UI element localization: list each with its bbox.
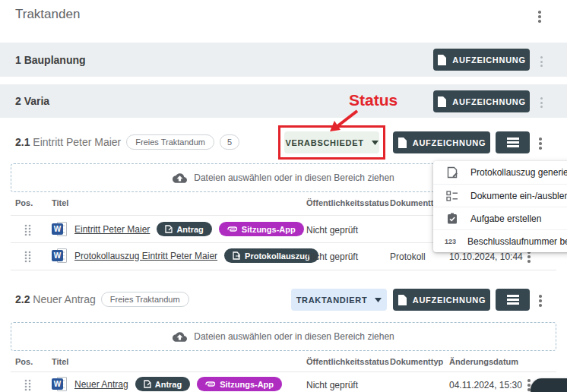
menu-item-protokollauszug-generieren[interactable]: Protokollauszug generieren: [433, 161, 567, 184]
document-link[interactable]: Eintritt Peter Maier: [74, 224, 150, 235]
document-icon: [437, 55, 446, 65]
status-value: VERABSCHIEDET: [285, 138, 363, 147]
word-document-icon: W: [52, 248, 68, 263]
cloud-upload-icon: [173, 173, 187, 183]
word-document-icon: W: [52, 377, 68, 391]
document-icon: [437, 96, 446, 107]
section-varia-kebab-icon[interactable]: [540, 97, 543, 108]
dropzone-label: Dateien auswählen oder in diesen Bereich…: [194, 172, 394, 183]
list-icon: [507, 138, 519, 147]
aufzeichnung-button-bauplanung[interactable]: AUFZEICHNUNG: [433, 49, 530, 71]
item-number: 2.1: [15, 136, 30, 148]
floating-action-button[interactable]: [531, 378, 567, 392]
column-header-pos: Pos.: [15, 357, 33, 366]
protokollauszug-badge: Protokollauszug: [224, 248, 318, 263]
menu-item-aufgabe-erstellen[interactable]: Aufgabe erstellen: [433, 207, 567, 229]
item-count-badge: 5: [220, 134, 239, 150]
section-title: 1 Bauplanung: [15, 54, 86, 66]
document-generate-icon: [445, 166, 459, 179]
list-icon: [507, 295, 519, 305]
oeffentlichkeitsstatus-value: Nicht geprüft: [306, 380, 358, 390]
menu-item-beschlusslaufnummer-bearbeiten[interactable]: 123 Beschlusslaufnummer bearbeiten: [433, 229, 567, 252]
aufzeichnung-label: AUFZEICHNUNG: [452, 55, 525, 65]
aenderungsdatum-value: 04.11.2024, 15:30: [449, 380, 522, 390]
antrag-badge: Antrag: [157, 222, 211, 236]
oeffentlichkeitsstatus-value: Nicht geprüft: [306, 251, 358, 262]
oeffentlichkeitsstatus-value: Nicht geprüft: [306, 225, 358, 236]
aufzeichnung-button-2-2[interactable]: AUFZEICHNUNG: [393, 289, 490, 311]
column-header-titel: Titel: [52, 357, 68, 366]
file-dropzone-2-2[interactable]: Dateien auswählen oder in diesen Bereich…: [11, 322, 556, 351]
status-value: TRAKTANDIERT: [296, 296, 368, 305]
column-header-titel: Titel: [52, 198, 68, 207]
section-bauplanung-kebab-icon[interactable]: [540, 56, 543, 67]
item-2-1-kebab-icon[interactable]: [539, 138, 542, 150]
document-list-button-2-2[interactable]: [496, 289, 530, 311]
aufzeichnung-button-varia[interactable]: AUFZEICHNUNG: [433, 90, 530, 112]
chevron-down-icon: [375, 298, 382, 302]
dokumenttyp-value: Protokoll: [390, 251, 426, 262]
document-export-icon: [233, 251, 241, 260]
page-title: Traktanden: [15, 7, 80, 22]
item-type-chip: Freies Traktandum: [101, 292, 189, 307]
menu-item-dokumente-ein-ausblenden[interactable]: Dokumente ein-/ausblenden: [433, 184, 567, 207]
item-2-2-header: 2.2 Neuer Antrag Freies Traktandum: [15, 292, 189, 307]
table-row: W Neuer Antrag Antrag Sitzungs-App: [52, 377, 282, 391]
table-row: W Protokollauszug Eintritt Peter Maier P…: [52, 248, 318, 263]
word-document-icon: W: [52, 222, 68, 236]
aufzeichnung-label: AUFZEICHNUNG: [413, 138, 486, 147]
item-number: 2.2: [15, 293, 30, 305]
traktanden-page: Traktanden 1 Bauplanung AUFZEICHNUNG 2 V…: [0, 0, 567, 392]
aufzeichnung-button-2-1[interactable]: AUFZEICHNUNG: [393, 131, 490, 153]
status-annotation-label: Status: [349, 91, 398, 109]
item-title: Eintritt Peter Maier: [33, 136, 121, 148]
column-header-oeffentlichkeitsstatus: Öffentlichkeitsstatus: [306, 357, 389, 366]
status-annotation-arrow: [325, 108, 363, 134]
status-dropdown-verabschiedet[interactable]: VERABSCHIEDET: [284, 131, 379, 153]
drag-handle[interactable]: [24, 251, 31, 263]
document-list-button-2-1[interactable]: [496, 131, 530, 153]
row-kebab-icon[interactable]: [527, 251, 531, 263]
aufzeichnung-label: AUFZEICHNUNG: [413, 296, 486, 305]
column-header-pos: Pos.: [15, 198, 33, 207]
column-header-oeffentlichkeitsstatus: Öffentlichkeitsstatus: [306, 198, 389, 207]
attachment-icon: [205, 381, 216, 387]
item-2-2-kebab-icon[interactable]: [539, 295, 542, 307]
document-link[interactable]: Protokollauszug Eintritt Peter Maier: [74, 251, 217, 261]
aenderungsdatum-value: 10.10.2024, 10:44: [449, 251, 523, 262]
row-kebab-icon[interactable]: [527, 379, 531, 391]
section-title: 2 Varia: [15, 95, 49, 107]
checklist-icon: [445, 191, 459, 201]
numbers-icon: 123: [445, 238, 456, 245]
antrag-badge: Antrag: [135, 377, 190, 391]
document-edit-icon: [144, 380, 151, 388]
task-icon: [445, 213, 459, 224]
drag-handle[interactable]: [24, 224, 31, 236]
dropzone-label: Dateien auswählen oder in diesen Bereich…: [194, 331, 394, 342]
context-menu: Protokollauszug generieren Dokumente ein…: [433, 161, 567, 252]
column-header-aenderungsdatum: Änderungsdatum: [449, 357, 518, 366]
column-header-dokumenttyp: Dokumenttyp: [390, 357, 443, 366]
chevron-down-icon: [372, 141, 379, 145]
item-2-1-header: 2.1 Eintritt Peter Maier Freies Traktand…: [15, 134, 239, 150]
aufzeichnung-label: AUFZEICHNUNG: [452, 97, 525, 106]
table-row: W Eintritt Peter Maier Antrag Sitzungs-A…: [52, 222, 304, 236]
sitzungs-app-badge: Sitzungs-App: [197, 377, 282, 391]
drag-handle[interactable]: [24, 379, 31, 391]
status-dropdown-traktandiert[interactable]: TRAKTANDIERT: [291, 289, 387, 311]
document-icon: [398, 138, 407, 148]
document-link[interactable]: Neuer Antrag: [74, 379, 128, 390]
attachment-icon: [227, 226, 238, 232]
document-icon: [398, 295, 407, 305]
sitzungs-app-badge: Sitzungs-App: [219, 222, 304, 236]
document-edit-icon: [165, 225, 173, 233]
cloud-upload-icon: [173, 332, 187, 342]
page-kebab-menu-icon[interactable]: [538, 11, 541, 23]
item-title: Neuer Antrag: [33, 293, 96, 305]
item-type-chip: Freies Traktandum: [126, 134, 214, 150]
